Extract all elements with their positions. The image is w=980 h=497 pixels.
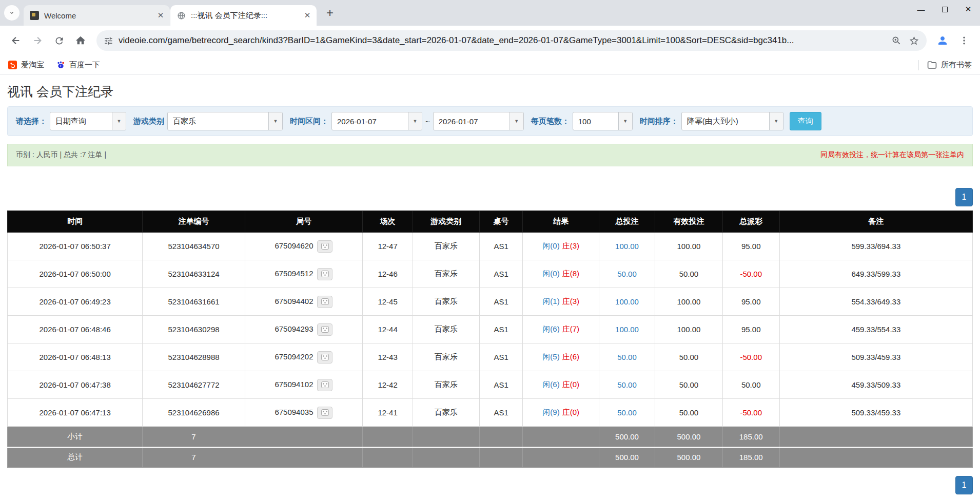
bet-time: 2026-01-07 06:50:37 bbox=[8, 233, 143, 260]
chevron-down-icon[interactable]: ▼ bbox=[268, 112, 282, 130]
chevron-down-icon[interactable]: ▼ bbox=[509, 112, 523, 130]
sort-select[interactable]: 降幂(由大到小) ▼ bbox=[681, 112, 783, 130]
date-end-select[interactable]: 2026-01-07 ▼ bbox=[433, 112, 524, 130]
round-detail-icon bbox=[321, 381, 329, 388]
round-detail-button[interactable] bbox=[317, 407, 332, 419]
new-tab-button[interactable]: + bbox=[321, 4, 339, 22]
total-bet-link[interactable]: 100.00 bbox=[615, 297, 639, 306]
browser-tab-welcome[interactable]: Welcome ✕ bbox=[24, 5, 170, 26]
bookmark-label: 爱淘宝 bbox=[21, 60, 44, 70]
session: 12-42 bbox=[363, 371, 413, 399]
column-header: 时间 bbox=[8, 211, 143, 233]
total-bet-link[interactable]: 50.00 bbox=[617, 408, 637, 417]
summary-cell bbox=[779, 447, 972, 468]
table-row: 2026-01-07 06:48:46523104630298675094293… bbox=[8, 316, 973, 343]
table-no: AS1 bbox=[479, 316, 523, 343]
result: 闲(0)庄(3) bbox=[523, 233, 599, 260]
close-window-button[interactable]: ✕ bbox=[956, 0, 980, 18]
zoom-button[interactable] bbox=[888, 32, 905, 49]
round-detail-button[interactable] bbox=[317, 296, 332, 308]
chevron-down-icon[interactable]: ▼ bbox=[769, 112, 783, 130]
round-detail-button[interactable] bbox=[317, 351, 332, 364]
column-header: 场次 bbox=[363, 211, 413, 233]
round-id: 675094202 bbox=[245, 343, 362, 371]
round-detail-button[interactable] bbox=[317, 323, 332, 336]
result-banker: 庄(3) bbox=[562, 297, 579, 305]
table-body: 2026-01-07 06:50:37523104634570675094620… bbox=[8, 233, 973, 427]
game-kind: 百家乐 bbox=[413, 371, 479, 399]
bet-id: 523104628988 bbox=[143, 343, 245, 371]
back-button[interactable] bbox=[6, 31, 26, 50]
tab-close-icon[interactable]: ✕ bbox=[155, 10, 166, 21]
summary-cell: 500.00 bbox=[655, 427, 723, 447]
total-bet-link[interactable]: 100.00 bbox=[615, 242, 639, 251]
bookmark-taobao[interactable]: 爱淘宝 bbox=[8, 60, 44, 70]
all-bookmarks-button[interactable]: 所有书签 bbox=[927, 60, 972, 70]
result: 闲(9)庄(0) bbox=[523, 399, 599, 427]
home-button[interactable] bbox=[71, 31, 90, 50]
table-row: 2026-01-07 06:47:13523104626986675094035… bbox=[8, 399, 973, 427]
page-size-select[interactable]: 100 ▼ bbox=[573, 112, 633, 130]
bookmark-star-button[interactable] bbox=[905, 32, 923, 49]
table-no: AS1 bbox=[479, 260, 523, 288]
address-bar[interactable]: videoie.com/game/betrecord_search/kind3?… bbox=[96, 30, 927, 51]
sort-label: 时间排序： bbox=[640, 117, 678, 126]
page-1-button[interactable]: 1 bbox=[955, 188, 973, 206]
reload-button[interactable] bbox=[49, 31, 69, 50]
tab-strip: Welcome ✕ :::视讯 会员下注纪录::: ✕ + — ✕ bbox=[0, 0, 980, 26]
payout: 95.00 bbox=[722, 316, 779, 343]
minimize-button[interactable]: — bbox=[909, 0, 933, 18]
round-detail-button[interactable] bbox=[317, 379, 332, 391]
date-start-select[interactable]: 2026-01-07 ▼ bbox=[331, 112, 422, 130]
game-kind: 百家乐 bbox=[413, 399, 479, 427]
tab-search-button[interactable] bbox=[4, 5, 19, 21]
query-type-select[interactable]: 日期查询 ▼ bbox=[50, 112, 126, 130]
page-1-button[interactable]: 1 bbox=[955, 476, 973, 494]
summary-cell bbox=[363, 447, 413, 468]
summary-cell bbox=[479, 447, 523, 468]
forward-button[interactable] bbox=[28, 31, 47, 50]
result: 闲(5)庄(6) bbox=[523, 343, 599, 371]
total-bet-link[interactable]: 50.00 bbox=[617, 380, 637, 389]
round-detail-icon bbox=[321, 354, 329, 360]
round-id: 675094512 bbox=[245, 260, 362, 288]
subtotal-row: 小计7500.00500.00185.00 bbox=[8, 427, 973, 447]
note: 459.33/554.33 bbox=[779, 316, 972, 343]
bet-time: 2026-01-07 06:47:38 bbox=[8, 371, 143, 399]
summary-cell: 500.00 bbox=[599, 447, 655, 468]
column-header: 注单编号 bbox=[143, 211, 245, 233]
result: 闲(1)庄(3) bbox=[523, 288, 599, 316]
date-range-label: 时间区间： bbox=[290, 117, 328, 126]
bet-time: 2026-01-07 06:48:13 bbox=[8, 343, 143, 371]
column-header: 游戏类别 bbox=[413, 211, 479, 233]
chevron-down-icon[interactable]: ▼ bbox=[408, 112, 422, 130]
round-detail-icon bbox=[321, 409, 329, 416]
game-kind-select[interactable]: 百家乐 ▼ bbox=[167, 112, 283, 130]
profile-button[interactable] bbox=[933, 31, 952, 50]
date-separator: ~ bbox=[425, 117, 430, 126]
chevron-down-icon[interactable]: ▼ bbox=[112, 112, 126, 130]
summary-cell: 总计 bbox=[8, 447, 143, 468]
round-detail-button[interactable] bbox=[317, 240, 332, 253]
search-button[interactable]: 查询 bbox=[790, 112, 821, 130]
browser-tab-betrecord[interactable]: :::视讯 会员下注纪录::: ✕ bbox=[170, 5, 317, 26]
total-bet-link[interactable]: 50.00 bbox=[617, 353, 637, 361]
result-banker: 庄(0) bbox=[562, 380, 579, 389]
round-detail-button[interactable] bbox=[317, 268, 332, 280]
page-title: 视讯 会员下注纪录 bbox=[7, 83, 973, 100]
query-type-value: 日期查询 bbox=[50, 112, 112, 130]
chevron-down-icon[interactable]: ▼ bbox=[618, 112, 632, 130]
session: 12-44 bbox=[363, 316, 413, 343]
menu-button[interactable] bbox=[954, 31, 974, 50]
total-bet-link[interactable]: 50.00 bbox=[617, 270, 637, 278]
bookmark-baidu[interactable]: 百度一下 bbox=[56, 60, 100, 70]
summary-cell bbox=[363, 427, 413, 447]
query-type-label: 请选择： bbox=[16, 117, 47, 126]
tab-close-icon[interactable]: ✕ bbox=[302, 10, 312, 21]
note: 554.33/649.33 bbox=[779, 288, 972, 316]
maximize-button[interactable] bbox=[933, 0, 956, 18]
valid-bet: 100.00 bbox=[655, 288, 723, 316]
summary-cell bbox=[479, 427, 523, 447]
total-bet-link[interactable]: 100.00 bbox=[615, 325, 639, 334]
game-kind-value: 百家乐 bbox=[168, 112, 268, 130]
